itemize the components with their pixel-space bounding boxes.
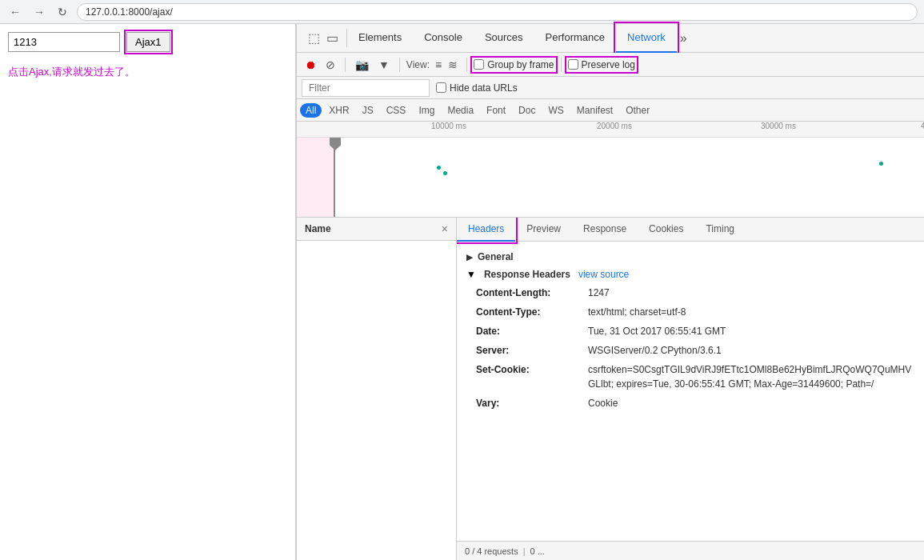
reload-button[interactable]: ↻ xyxy=(54,4,70,20)
detail-content: ▶ General ▼ Response Headers view source… xyxy=(457,242,924,541)
group-by-frame-label[interactable]: Group by frame xyxy=(474,59,554,70)
forward-button[interactable]: → xyxy=(30,4,48,20)
header-key-server: Server: xyxy=(476,343,588,358)
type-btn-other[interactable]: Other xyxy=(620,103,655,118)
ajax1-button[interactable]: Ajax1 xyxy=(126,32,170,52)
filter-row: Hide data URLs xyxy=(297,77,924,99)
group-by-frame-checkbox[interactable] xyxy=(474,59,484,70)
header-key-vary: Vary: xyxy=(476,396,588,410)
size-info: 0 ... xyxy=(530,546,545,556)
detail-tab-cookies[interactable]: Cookies xyxy=(638,218,694,242)
type-btn-media[interactable]: Media xyxy=(442,103,479,118)
webpage-panel: Ajax1 点击Ajax,请求就发过去了。 xyxy=(0,24,296,560)
detail-tab-bar: Headers Preview Response Cookies Timing xyxy=(457,218,924,242)
name-header: Name × xyxy=(297,218,456,241)
detail-panel: Headers Preview Response Cookies Timing … xyxy=(457,218,924,560)
devtools-tab-bar: ⬚ ▭ Elements Console Sources Performance… xyxy=(297,24,924,53)
detail-tab-headers[interactable]: Headers xyxy=(457,218,515,242)
name-content xyxy=(297,241,456,560)
camera-button[interactable]: 📷 xyxy=(352,57,372,73)
toolbar-divider-4 xyxy=(561,58,562,72)
filter-input[interactable] xyxy=(302,79,430,97)
timeline-ruler: 10000 ms 20000 ms 30000 ms 40000 xyxy=(297,122,924,138)
tab-network[interactable]: Network xyxy=(616,24,677,53)
toolbar-divider-1 xyxy=(345,58,346,72)
back-button[interactable]: ← xyxy=(6,4,24,20)
status-divider: | xyxy=(523,546,526,556)
general-section-header[interactable]: ▶ General xyxy=(466,248,914,266)
header-val-date: Tue, 31 Oct 2017 06:55:41 GMT xyxy=(588,324,726,338)
timeline-dot-3 xyxy=(879,162,883,166)
response-headers-row: ▼ Response Headers view source xyxy=(466,266,914,283)
general-label: General xyxy=(478,251,514,262)
tab-sources[interactable]: Sources xyxy=(474,24,534,53)
hide-data-urls-label[interactable]: Hide data URLs xyxy=(436,82,518,94)
preserve-log-label[interactable]: Preserve log xyxy=(568,59,635,70)
header-val-content-length: 1247 xyxy=(588,286,610,300)
tab-console[interactable]: Console xyxy=(413,24,474,53)
header-row-set-cookie: Set-Cookie: csrftoken=S0CsgtTGIL9dViRJ9f… xyxy=(466,360,914,394)
timeline-content xyxy=(297,138,924,218)
detail-tab-preview[interactable]: Preview xyxy=(515,218,572,242)
inspect-icon[interactable]: ⬚ xyxy=(306,29,322,47)
type-filter-bar: All XHR JS CSS Img Media Font Doc WS Man… xyxy=(297,99,924,122)
more-tabs-button[interactable]: » xyxy=(680,31,687,46)
tab-performance[interactable]: Performance xyxy=(534,24,616,53)
detail-tab-response[interactable]: Response xyxy=(572,218,638,242)
filter-button[interactable]: ▼ xyxy=(375,57,393,73)
devtools-icon-group: ⬚ ▭ xyxy=(300,29,347,47)
toolbar-divider-3 xyxy=(466,58,467,72)
name-panel: Name × xyxy=(297,218,457,560)
stop-button[interactable]: ⊘ xyxy=(322,57,338,73)
timeline-dot-1 xyxy=(437,166,441,170)
name-label: Name xyxy=(305,223,331,234)
type-btn-css[interactable]: CSS xyxy=(381,103,412,118)
webpage-input-row: Ajax1 xyxy=(8,32,287,52)
address-bar[interactable]: 127.0.0.1:8000/ajax/ xyxy=(77,3,918,21)
header-val-set-cookie: csrftoken=S0CsgtTGIL9dViRJ9fETtc1OMl8Be6… xyxy=(588,362,914,391)
header-row-date: Date: Tue, 31 Oct 2017 06:55:41 GMT xyxy=(466,322,914,341)
requests-count: 0 / 4 requests xyxy=(465,546,518,556)
webpage-message: 点击Ajax,请求就发过去了。 xyxy=(8,65,287,79)
devtools-toolbar: ⏺ ⊘ 📷 ▼ View: ≡ ≋ Group by frame Preserv… xyxy=(297,53,924,77)
header-val-content-type: text/html; charset=utf-8 xyxy=(588,305,686,319)
general-arrow: ▶ xyxy=(466,253,473,262)
main-layout: Ajax1 点击Ajax,请求就发过去了。 ⬚ ▭ Elements Conso… xyxy=(0,24,924,560)
tab-elements[interactable]: Elements xyxy=(347,24,413,53)
waterfall-view-button[interactable]: ≋ xyxy=(446,58,460,72)
timeline-mark-4: 40000 xyxy=(921,122,924,130)
type-btn-font[interactable]: Font xyxy=(481,103,511,118)
record-button[interactable]: ⏺ xyxy=(302,57,319,73)
type-btn-manifest[interactable]: Manifest xyxy=(571,103,618,118)
detail-tab-timing[interactable]: Timing xyxy=(694,218,746,242)
bottom-split: Name × Headers Preview Response Cookies … xyxy=(297,218,924,560)
device-icon[interactable]: ▭ xyxy=(325,29,340,47)
response-headers-arrow: ▼ xyxy=(466,269,476,280)
webpage-input[interactable] xyxy=(8,32,120,52)
devtools-panel: ⬚ ▭ Elements Console Sources Performance… xyxy=(296,24,924,560)
type-btn-doc[interactable]: Doc xyxy=(513,103,541,118)
type-btn-all[interactable]: All xyxy=(300,103,322,118)
type-btn-ws[interactable]: WS xyxy=(542,103,569,118)
header-val-server: WSGIServer/0.2 CPython/3.6.1 xyxy=(588,343,722,358)
timeline-mark-2: 20000 ms xyxy=(597,122,632,130)
name-close-button[interactable]: × xyxy=(442,222,448,235)
preserve-log-checkbox[interactable] xyxy=(568,59,578,70)
header-key-content-length: Content-Length: xyxy=(476,286,588,300)
view-icons: ≡ ≋ xyxy=(433,58,460,72)
header-row-server: Server: WSGIServer/0.2 CPython/3.6.1 xyxy=(466,341,914,360)
timeline-pink-bar xyxy=(297,138,335,218)
view-source-link[interactable]: view source xyxy=(578,269,629,280)
timeline-mark-1: 10000 ms xyxy=(431,122,466,130)
type-btn-js[interactable]: JS xyxy=(357,103,379,118)
type-btn-img[interactable]: Img xyxy=(413,103,440,118)
list-view-button[interactable]: ≡ xyxy=(433,58,444,72)
type-btn-xhr[interactable]: XHR xyxy=(323,103,354,118)
hide-data-urls-checkbox[interactable] xyxy=(436,82,446,93)
toolbar-divider-2 xyxy=(399,58,400,72)
header-row-content-type: Content-Type: text/html; charset=utf-8 xyxy=(466,302,914,322)
header-key-date: Date: xyxy=(476,324,588,338)
view-label: View: xyxy=(406,59,430,70)
header-key-content-type: Content-Type: xyxy=(476,305,588,319)
timeline-area: 10000 ms 20000 ms 30000 ms 40000 xyxy=(297,122,924,218)
